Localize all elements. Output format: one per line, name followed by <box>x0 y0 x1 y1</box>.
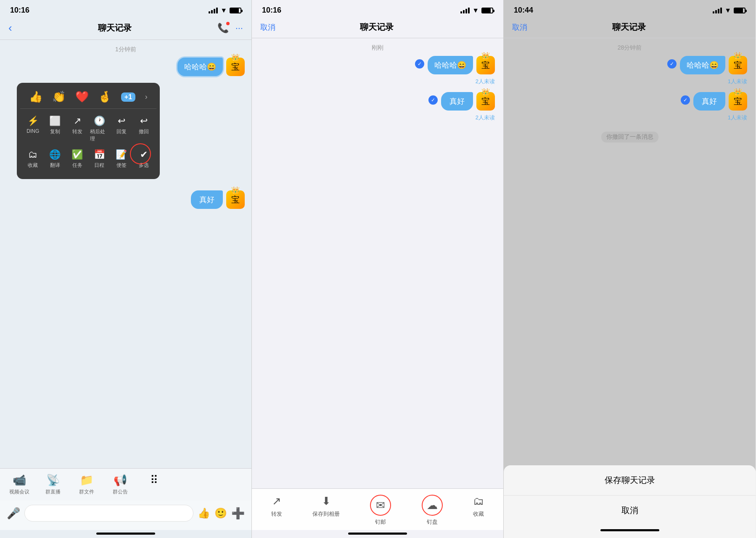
context-menu-grid: ⚡ DING ⬜ 复制 ↗ 转发 🕐 稍后处理 ↩ 回复 <box>20 109 156 174</box>
home-indicator-3 <box>600 529 659 531</box>
p2-row-inner-2: ✓ 真好 👑 宝 <box>428 92 495 111</box>
p3-bubble-group-2: 真好 <box>693 92 725 111</box>
p3-unread-1: 1人未读 <box>728 78 747 85</box>
menu-forward[interactable]: ↗ 转发 <box>66 112 88 146</box>
bubble-group-1: 哈哈哈😄 <box>177 58 223 76</box>
mic-button[interactable]: 🎤 <box>7 507 20 520</box>
emoji-reaction-row: 👍 👏 ❤️ 🤞 +1 › <box>20 88 156 109</box>
shortcut-files[interactable]: 📁 群文件 <box>74 474 99 496</box>
time-1: 10:16 <box>10 6 29 15</box>
home-indicator-2 <box>348 533 407 535</box>
emoji-heart[interactable]: ❤️ <box>75 90 89 103</box>
menu-retract[interactable]: ↩ 撤回 <box>132 112 155 146</box>
more-button-1[interactable]: ··· <box>235 23 243 34</box>
dingpan-icon: ☁ <box>427 499 438 512</box>
page-title-3: 聊天记录 <box>612 21 646 33</box>
live-icon: 📡 <box>46 474 60 487</box>
wifi-1: ▼ <box>220 7 227 14</box>
p2-crown-1: 👑 <box>481 52 490 60</box>
dingyou-label: 钉邮 <box>375 518 386 526</box>
retract-icon: ↩ <box>140 116 148 127</box>
menu-reply[interactable]: ↩ 回复 <box>111 112 133 146</box>
emoji-thumbsup[interactable]: 👍 <box>29 90 42 103</box>
p3-avatar-1: 👑 宝 <box>729 56 747 74</box>
emoji-button[interactable]: 🙂 <box>214 507 227 519</box>
check-circle-1[interactable]: ✓ <box>415 59 424 69</box>
translate-label: 翻译 <box>50 162 60 169</box>
p2-bubble-2[interactable]: 真好 <box>441 92 473 111</box>
forward-icon: ↗ <box>74 116 81 127</box>
nav-bar-2: 取消 聊天记录 <box>252 18 503 38</box>
shortcut-more-icon: ⠿ <box>150 474 158 487</box>
p2-crown-2: 👑 <box>481 88 490 96</box>
timestamp-1: 1分钟前 <box>0 40 251 58</box>
time-3: 10:44 <box>514 6 533 15</box>
p3-bubble-2[interactable]: 真好 <box>693 92 725 111</box>
p3-avatar-2: 👑 宝 <box>729 92 747 111</box>
crown-icon-2: 👑 <box>231 186 240 194</box>
menu-copy[interactable]: ⬜ 复制 <box>44 112 66 146</box>
menu-task[interactable]: ✅ 任务 <box>66 146 88 172</box>
message-row-2: 真好 👑 宝 <box>7 190 245 209</box>
action-dingpan[interactable]: ☁ 钉盘 <box>422 495 443 526</box>
live-label: 群直播 <box>45 488 61 496</box>
shortcut-notice[interactable]: 📢 群公告 <box>108 474 133 496</box>
p3-bubble-1[interactable]: 哈哈哈😄 <box>680 56 725 74</box>
message-bubble-1[interactable]: 哈哈哈😄 <box>177 58 223 76</box>
action-forward[interactable]: ↗ 转发 <box>271 495 282 526</box>
message-bubble-2[interactable]: 真好 <box>191 190 223 209</box>
shortcut-video[interactable]: 📹 视频会议 <box>7 474 32 496</box>
phone-icon-1[interactable]: 📞 <box>217 23 229 34</box>
collect-action-label: 收藏 <box>473 510 484 518</box>
translate-icon: 🌐 <box>49 149 61 160</box>
p2-bubble-1[interactable]: 哈哈哈😄 <box>428 56 473 74</box>
panel-3: 10:44 ▼ 取消 聊天记录 28分钟前 ✓ 哈哈哈😄 <box>504 0 756 538</box>
shortcut-live[interactable]: 📡 群直播 <box>40 474 66 496</box>
shortcut-bar-1: 📹 视频会议 📡 群直播 📁 群文件 📢 群公告 ⠿ <box>0 468 251 501</box>
menu-ding[interactable]: ⚡ DING <box>22 112 44 146</box>
signal-3 <box>713 8 722 13</box>
ding-icon: ⚡ <box>27 116 39 127</box>
p2-message-row-1: ✓ 哈哈哈😄 👑 宝 2人未读 <box>260 56 495 85</box>
later-icon: 🕐 <box>94 116 105 127</box>
p2-message-row-2: ✓ 真好 👑 宝 2人未读 <box>260 92 495 121</box>
status-bar-3: 10:44 ▼ <box>504 0 756 18</box>
battery-2 <box>481 8 493 13</box>
crown-icon-1: 👑 <box>231 53 240 61</box>
emoji-fingers[interactable]: 🤞 <box>98 90 111 103</box>
message-input[interactable] <box>24 505 193 522</box>
expand-arrow-icon[interactable]: › <box>145 92 148 101</box>
menu-multiselect[interactable]: ✔ 多选 <box>132 146 155 172</box>
video-icon: 📹 <box>13 474 26 487</box>
p3-unread-2: 1人未读 <box>728 114 747 121</box>
ding-label: DING <box>26 128 39 134</box>
action-save-album[interactable]: ⬇ 保存到相册 <box>312 495 340 526</box>
plus-badge[interactable]: +1 <box>121 92 135 102</box>
check-circle-2[interactable]: ✓ <box>428 95 438 105</box>
cancel-button-3[interactable]: 取消 <box>512 22 527 32</box>
p3-check-1[interactable]: ✓ <box>667 59 677 69</box>
p3-check-2[interactable]: ✓ <box>681 95 690 105</box>
dingpan-circle: ☁ <box>422 495 443 516</box>
calendar-icon: 📅 <box>94 149 105 160</box>
collect-icon: 🗂 <box>28 149 37 160</box>
add-button[interactable]: ➕ <box>231 507 245 520</box>
menu-collect[interactable]: 🗂 收藏 <box>22 146 44 172</box>
save-chat-button[interactable]: 保存聊天记录 <box>504 465 756 496</box>
menu-translate[interactable]: 🌐 翻译 <box>44 146 66 172</box>
p2-avatar-1: 👑 宝 <box>476 56 495 74</box>
cancel-sheet-button[interactable]: 取消 <box>504 496 756 525</box>
like-button[interactable]: 👍 <box>198 507 210 519</box>
menu-note[interactable]: 📝 便签 <box>111 146 133 172</box>
unread-label-2: 2人未读 <box>476 114 495 121</box>
menu-later[interactable]: 🕐 稍后处理 <box>88 112 111 146</box>
menu-calendar[interactable]: 📅 日程 <box>88 146 111 172</box>
action-collect[interactable]: 🗂 收藏 <box>473 495 484 526</box>
cancel-button-2[interactable]: 取消 <box>260 22 275 32</box>
shortcut-more[interactable]: ⠿ <box>141 474 167 496</box>
action-dingyou[interactable]: ✉ 钉邮 <box>370 495 391 526</box>
context-menu: 👍 👏 ❤️ 🤞 +1 › ⚡ DING ⬜ 复制 ↗ 转发 <box>17 83 160 179</box>
back-button-1[interactable]: ‹ <box>8 21 12 34</box>
emoji-clap[interactable]: 👏 <box>52 90 66 103</box>
p3-crown-2: 👑 <box>734 88 742 96</box>
